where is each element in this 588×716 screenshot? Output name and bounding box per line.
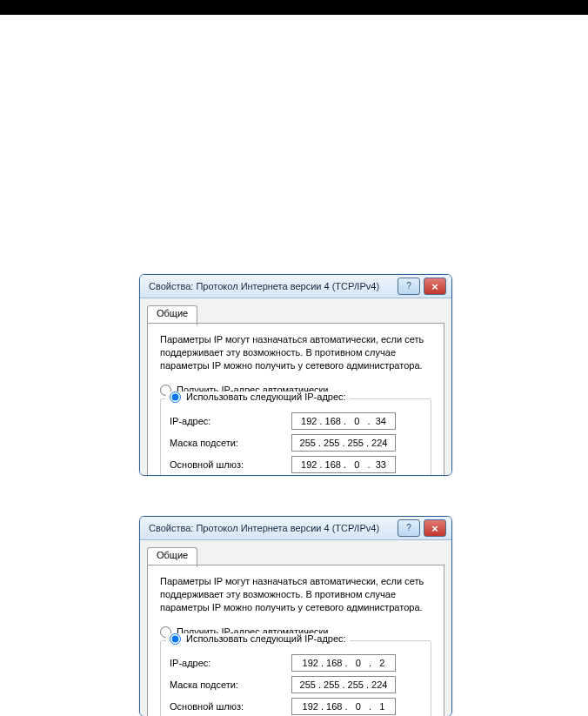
window-title: Свойства: Протокол Интернета версии 4 (T… [149,281,394,291]
close-icon: × [431,523,438,534]
subnet-mask-input[interactable] [291,676,396,693]
ip-address-input[interactable] [291,654,396,672]
ip-address-input[interactable] [291,412,396,430]
help-button[interactable]: ? [398,519,420,537]
description-text: Параметры IP могут назначаться автоматич… [160,333,431,372]
tab-general[interactable]: Общие [147,305,197,325]
ip-address-label: IP-адрес: [170,658,291,668]
top-black-banner [0,0,588,15]
manual-ip-group: Использовать следующий IP-адрес: IP-адре… [160,640,431,716]
window-title: Свойства: Протокол Интернета версии 4 (T… [149,523,394,533]
radio-use-following-input[interactable] [170,633,181,645]
close-icon: × [431,281,438,292]
default-gateway-label: Основной шлюз: [170,701,291,712]
titlebar[interactable]: Свойства: Протокол Интернета версии 4 (T… [140,275,451,298]
tab-general[interactable]: Общие [147,547,197,567]
description-text: Параметры IP могут назначаться автоматич… [160,575,431,614]
close-button[interactable]: × [424,519,446,537]
ipv4-properties-dialog-1: Свойства: Протокол Интернета версии 4 (T… [139,274,452,476]
subnet-mask-label: Маска подсети: [170,679,291,690]
ip-address-label: IP-адрес: [170,416,291,426]
default-gateway-label: Основной шлюз: [170,459,291,470]
subnet-mask-input[interactable] [291,434,396,452]
help-icon: ? [406,282,411,291]
radio-use-following-label: Использовать следующий IP-адрес: [186,633,346,644]
help-icon: ? [406,524,411,532]
help-button[interactable]: ? [398,278,420,295]
radio-use-following-label: Использовать следующий IP-адрес: [186,391,346,402]
ipv4-properties-dialog-2: Свойства: Протокол Интернета версии 4 (T… [139,516,452,716]
titlebar[interactable]: Свойства: Протокол Интернета версии 4 (T… [140,517,451,540]
default-gateway-input[interactable] [291,456,396,473]
default-gateway-input[interactable] [291,698,396,715]
subnet-mask-label: Маска подсети: [170,438,291,448]
close-button[interactable]: × [424,278,446,295]
manual-ip-group: Использовать следующий IP-адрес: IP-адре… [160,398,431,476]
radio-use-following-input[interactable] [170,391,181,403]
